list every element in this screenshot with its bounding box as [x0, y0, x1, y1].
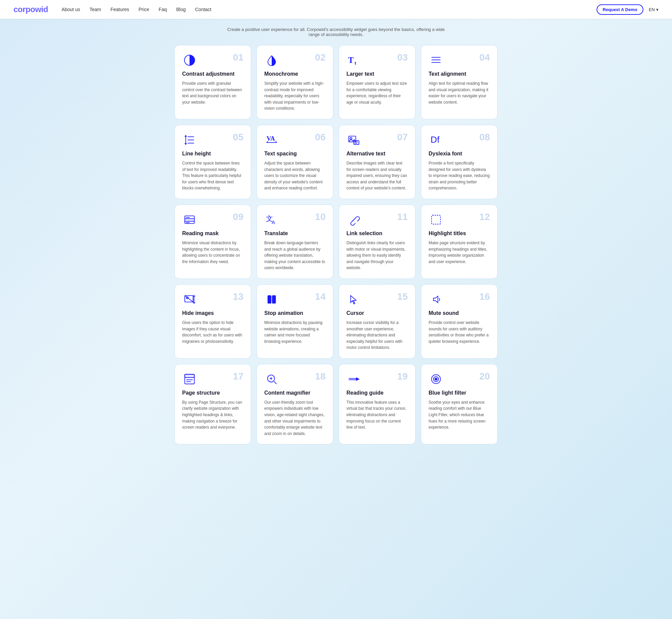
svg-rect-36 [268, 296, 271, 303]
feature-icon-text-spacing: VA [264, 133, 279, 147]
card-number-17: 17 [233, 372, 243, 381]
card-header-08: Df 08 [429, 133, 490, 147]
svg-rect-23 [185, 219, 195, 221]
card-number-05: 05 [233, 133, 243, 142]
card-title-09: Reading mask [182, 230, 243, 236]
feature-card-12: 12 Highlight titles Make page structure … [421, 205, 498, 279]
logo-text-corpo: corpo [13, 5, 35, 14]
feature-icon-page-structure [182, 372, 197, 387]
logo[interactable]: corpowid [13, 5, 48, 14]
svg-point-50 [435, 378, 437, 380]
feature-icon-alt-text [346, 133, 361, 147]
card-number-16: 16 [479, 292, 490, 301]
card-number-01: 01 [233, 53, 243, 62]
card-title-15: Cursor [346, 310, 408, 316]
card-header-11: 11 [346, 212, 408, 227]
language-selector[interactable]: EN ▾ [649, 7, 659, 12]
card-header-04: 04 [429, 53, 490, 68]
feature-card-01: 01 Contrast adjustment Provide users wit… [174, 45, 251, 119]
card-title-11: Link selection [346, 230, 408, 236]
feature-card-20: 20 Blue light filter Soothe your eyes an… [421, 364, 498, 445]
card-header-01: 01 [182, 53, 243, 68]
feature-icon-monochrome [264, 53, 279, 68]
nav-contact[interactable]: Contact [195, 7, 211, 12]
card-number-13: 13 [233, 292, 243, 301]
nav-team[interactable]: Team [90, 7, 101, 12]
feature-card-09: 09 Reading mask Minimize visual distract… [174, 205, 251, 279]
card-header-07: 07 [346, 133, 408, 147]
feature-icon-reading-mask [182, 212, 197, 227]
card-title-06: Text spacing [264, 151, 326, 157]
feature-icon-link-selection [346, 212, 361, 227]
nav-about[interactable]: About us [62, 7, 80, 12]
feature-icon-contrast [182, 53, 197, 68]
request-demo-button[interactable]: Request A Demo [597, 4, 643, 15]
card-title-16: Mute sound [429, 310, 490, 316]
svg-text:A: A [272, 219, 275, 225]
svg-line-31 [185, 296, 193, 302]
card-desc-03: Empower users to adjust text size for a … [346, 80, 408, 105]
feature-card-06: VA 06 Text spacing Adjust the space betw… [257, 125, 333, 199]
card-number-10: 10 [315, 212, 326, 222]
feature-card-14: 14 Stop animation Minimize distractions … [257, 284, 333, 359]
feature-card-17: 17 Page structure By using Page Structur… [174, 364, 251, 445]
logo-text-wid: id [41, 5, 48, 14]
card-number-20: 20 [479, 372, 490, 381]
card-desc-02: Simplify your website with a high-contra… [264, 80, 326, 112]
card-header-03: T t 03 [346, 53, 408, 68]
card-desc-09: Minimize visual distractions by highligh… [182, 240, 243, 265]
feature-card-18: 18 Content magnifier Our user-friendly z… [257, 364, 333, 445]
nav-price[interactable]: Price [138, 7, 149, 12]
card-title-14: Stop animation [264, 310, 326, 316]
card-header-19: 19 [346, 372, 408, 387]
card-desc-11: Distinguish links clearly for users with… [346, 240, 408, 271]
card-title-01: Contrast adjustment [182, 71, 243, 77]
feature-card-15: 15 Cursor Increase cursor visibility for… [339, 284, 415, 359]
nav-faq[interactable]: Faq [159, 7, 167, 12]
card-header-17: 17 [182, 372, 243, 387]
card-header-18: 18 [264, 372, 326, 387]
card-number-04: 04 [479, 53, 490, 62]
feature-card-19: 19 Reading guide This innovative feature… [339, 364, 415, 445]
feature-icon-line-height [182, 133, 197, 147]
card-header-06: VA 06 [264, 133, 326, 147]
card-number-08: 08 [479, 133, 490, 142]
nav-right: Request A Demo EN ▾ [597, 4, 659, 15]
navbar: corpowid About us Team Features Price Fa… [0, 0, 672, 19]
card-desc-04: Align text for optimal reading flow and … [429, 80, 490, 105]
feature-icon-reading-guide [346, 372, 361, 387]
svg-line-43 [274, 381, 277, 384]
feature-icon-stop-animation [264, 292, 279, 307]
feature-icon-highlight-titles [429, 212, 443, 227]
card-number-07: 07 [397, 133, 408, 142]
card-number-03: 03 [397, 53, 408, 62]
feature-icon-hide-images [182, 292, 197, 307]
card-number-15: 15 [397, 292, 408, 301]
nav-features[interactable]: Features [110, 7, 129, 12]
card-desc-15: Increase cursor visibility for a smoothe… [346, 320, 408, 351]
features-grid: 01 Contrast adjustment Provide users wit… [134, 40, 538, 458]
feature-card-05: 05 Line height Control the space between… [174, 125, 251, 199]
feature-card-13: 13 Hide images Give users the option to … [174, 284, 251, 359]
feature-card-10: 文 A 10 Translate Break down language bar… [257, 205, 333, 279]
nav-blog[interactable]: Blog [176, 7, 186, 12]
card-title-18: Content magnifier [264, 390, 326, 396]
card-title-07: Alternative text [346, 151, 408, 157]
feature-card-03: T t 03 Larger text Empower users to adju… [339, 45, 415, 119]
card-title-03: Larger text [346, 71, 408, 77]
card-desc-16: Provide control over website sounds for … [429, 320, 490, 344]
card-number-14: 14 [315, 292, 326, 301]
card-title-10: Translate [264, 230, 326, 236]
svg-rect-37 [272, 296, 276, 303]
card-desc-19: This innovative feature uses a virtual b… [346, 399, 408, 431]
card-number-02: 02 [315, 53, 326, 62]
feature-card-04: 04 Text alignment Align text for optimal… [421, 45, 498, 119]
card-desc-17: By using Page Structure, you can clarify… [182, 399, 243, 431]
feature-icon-text-align [429, 53, 443, 68]
svg-text:t: t [355, 60, 356, 66]
logo-dot: w [35, 5, 41, 14]
card-desc-01: Provide users with granular control over… [182, 80, 243, 105]
card-desc-10: Break down language barriers and reach a… [264, 240, 326, 271]
svg-rect-16 [354, 141, 359, 144]
card-title-13: Hide images [182, 310, 243, 316]
